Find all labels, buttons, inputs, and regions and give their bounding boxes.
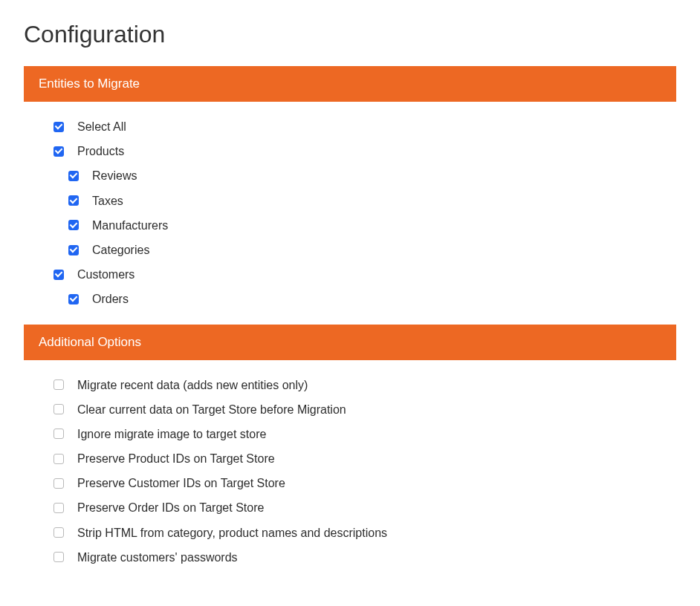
option-label: Reviews <box>92 169 137 183</box>
checkbox-migrate-recent-data-adds-new-entities-only[interactable] <box>54 379 64 390</box>
checkbox-select-all[interactable] <box>54 122 64 132</box>
checkbox-clear-current-data-on-target-store-before-migration[interactable] <box>54 404 64 414</box>
option-label: Ignore migrate image to target store <box>77 427 266 441</box>
checkbox-customers[interactable] <box>54 270 64 280</box>
option-row-reviews: Reviews <box>68 169 676 183</box>
checkbox-preserve-order-ids-on-target-store[interactable] <box>54 503 64 513</box>
option-row-preserve-product-ids-on-target-store: Preserve Product IDs on Target Store <box>54 452 676 466</box>
option-label: Preserve Product IDs on Target Store <box>77 452 275 466</box>
option-label: Preserve Customer IDs on Target Store <box>77 476 285 490</box>
checkbox-reviews[interactable] <box>68 171 79 181</box>
additional-options: Migrate recent data (adds new entities o… <box>24 378 676 583</box>
option-row-migrate-customers-passwords: Migrate customers' passwords <box>54 550 676 564</box>
checkbox-products[interactable] <box>54 146 64 157</box>
option-label: Select All <box>77 120 126 134</box>
page-title: Configuration <box>24 21 676 48</box>
option-row-ignore-migrate-image-to-target-store: Ignore migrate image to target store <box>54 427 676 441</box>
option-row-clear-current-data-on-target-store-before-migration: Clear current data on Target Store befor… <box>54 403 676 417</box>
option-label: Migrate recent data (adds new entities o… <box>77 378 308 392</box>
checkbox-manufacturers[interactable] <box>68 220 79 230</box>
entities-options: Select AllProductsReviewsTaxesManufactur… <box>24 120 676 325</box>
option-label: Categories <box>92 243 149 257</box>
option-label: Manufacturers <box>92 218 168 232</box>
option-label: Products <box>77 144 124 158</box>
checkbox-migrate-customers-passwords[interactable] <box>54 552 64 562</box>
option-label: Migrate customers' passwords <box>77 550 238 564</box>
entities-section-header: Entities to Migrate <box>24 66 676 102</box>
option-row-products: Products <box>54 144 676 158</box>
option-row-select-all: Select All <box>54 120 676 134</box>
option-row-orders: Orders <box>68 292 676 306</box>
checkbox-taxes[interactable] <box>68 195 79 206</box>
option-row-migrate-recent-data-adds-new-entities-only: Migrate recent data (adds new entities o… <box>54 378 676 392</box>
checkbox-preserve-product-ids-on-target-store[interactable] <box>54 454 64 464</box>
option-label: Taxes <box>92 194 123 208</box>
option-row-customers: Customers <box>54 267 676 281</box>
option-row-categories: Categories <box>68 243 676 257</box>
option-row-strip-html-from-category-product-names-and-descriptions: Strip HTML from category, product names … <box>54 526 676 540</box>
option-label: Orders <box>92 292 129 306</box>
checkbox-ignore-migrate-image-to-target-store[interactable] <box>54 429 64 439</box>
option-row-taxes: Taxes <box>68 194 676 208</box>
option-row-preserve-customer-ids-on-target-store: Preserve Customer IDs on Target Store <box>54 476 676 490</box>
option-label: Preserve Order IDs on Target Store <box>77 501 264 515</box>
additional-section-header: Additional Options <box>24 325 676 360</box>
option-row-preserve-order-ids-on-target-store: Preserve Order IDs on Target Store <box>54 501 676 515</box>
checkbox-orders[interactable] <box>68 294 79 304</box>
option-label: Customers <box>77 267 135 281</box>
checkbox-strip-html-from-category-product-names-and-descriptions[interactable] <box>54 527 64 538</box>
option-row-manufacturers: Manufacturers <box>68 218 676 232</box>
option-label: Strip HTML from category, product names … <box>77 526 387 540</box>
option-label: Clear current data on Target Store befor… <box>77 403 346 417</box>
checkbox-categories[interactable] <box>68 245 79 255</box>
checkbox-preserve-customer-ids-on-target-store[interactable] <box>54 478 64 489</box>
